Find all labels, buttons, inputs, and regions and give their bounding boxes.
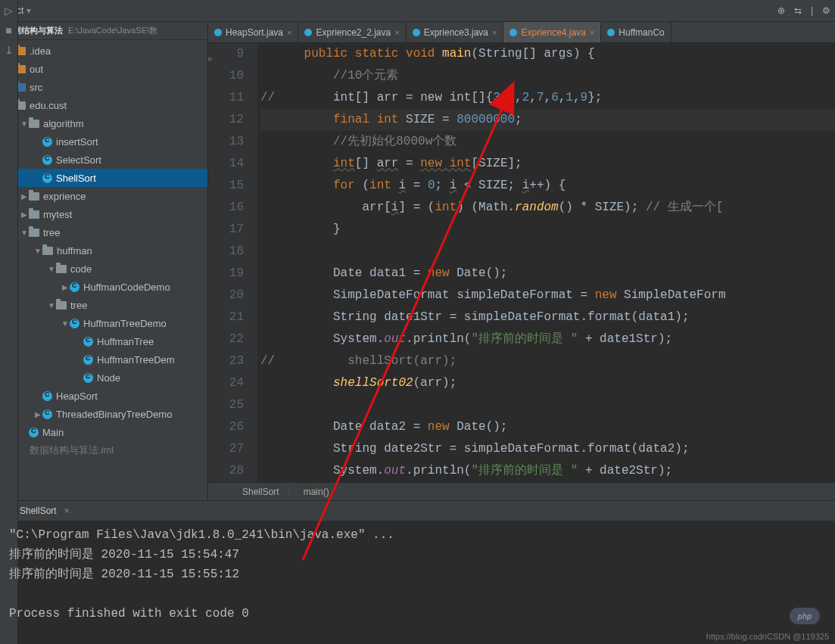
tab-label: HeapSort.java [226, 27, 283, 38]
editor-tab[interactable]: HeapSort.java× [208, 22, 298, 42]
close-icon[interactable]: × [64, 506, 70, 516]
tree-item-mytest[interactable]: ▶mytest [0, 205, 207, 223]
line-number: 14 [208, 153, 244, 175]
expand-icon[interactable]: ▶ [20, 210, 29, 219]
tree-item-out[interactable]: out [0, 60, 207, 78]
tree-item-数据结构与算法.iml[interactable]: 数据结构与算法.iml [0, 441, 207, 459]
editor-tab[interactable]: HuffmanCo [601, 22, 671, 42]
expand-icon[interactable]: ▼ [47, 301, 56, 310]
line-number: 28 [208, 460, 244, 482]
download-icon[interactable]: ⤓ [5, 44, 14, 56]
code-line[interactable] [260, 241, 835, 263]
code-line[interactable]: Date data1 = new Date(); [260, 263, 835, 285]
expand-icon[interactable]: ▼ [20, 229, 29, 237]
line-number: 24 [208, 372, 244, 394]
line-number: 22 [208, 328, 244, 350]
breadcrumb-method[interactable]: main() [304, 487, 329, 497]
tree-label: .idea [30, 45, 51, 57]
code-line[interactable]: public static void main(String[] args) { [260, 43, 835, 65]
code-line[interactable]: } [260, 219, 835, 241]
close-icon[interactable]: × [590, 28, 594, 37]
code-line[interactable]: // shellSort(arr); [260, 350, 835, 372]
java-file-icon [413, 29, 420, 36]
line-gutter: ▶910111213141516171819202122232425262728… [208, 43, 257, 482]
code-line[interactable]: // int[] arr = new int[]{3,4,2,7,6,1,9}; [260, 87, 835, 109]
tree-item-Node[interactable]: Node [0, 369, 207, 387]
tree-item-HeapSort[interactable]: HeapSort [0, 387, 207, 405]
expand-icon[interactable]: ▼ [33, 247, 42, 255]
tree-item-code[interactable]: ▼code [0, 260, 207, 278]
tree-item-huffman[interactable]: ▼huffman [0, 241, 207, 260]
code-line[interactable]: String date1Str = simpleDateFormat.forma… [260, 306, 835, 328]
code-line[interactable]: shellSort02(arr); [260, 372, 835, 394]
line-number: 12 [208, 109, 244, 131]
close-icon[interactable]: × [394, 28, 399, 37]
code-line[interactable]: SimpleDateFormat simpleDateFormat = new … [260, 285, 835, 306]
tree-item-insertSort[interactable]: insertSort [0, 132, 207, 151]
target-icon[interactable]: ⊕ [777, 5, 785, 16]
stop-icon[interactable]: ■ [5, 24, 11, 36]
code-line[interactable]: //10个元素 [260, 65, 835, 87]
project-tree[interactable]: .ideaoutsrc▼edu.cust▼algorithminsertSort… [0, 40, 207, 500]
close-icon[interactable]: × [287, 28, 291, 37]
tree-label: HuffmanTree [97, 336, 154, 347]
class-icon [42, 137, 52, 147]
expand-icon[interactable]: ▶ [20, 192, 29, 201]
collapse-icon[interactable]: ⇆ [794, 5, 802, 16]
editor-tab[interactable]: Exprience2_2.java× [298, 22, 406, 42]
gear-icon[interactable]: ⚙ [822, 5, 830, 16]
tree-item-SelectSort[interactable]: SelectSort [0, 151, 207, 169]
tree-item-ShellSort[interactable]: ShellSort [0, 169, 207, 187]
tree-item-Main[interactable]: Main [0, 423, 207, 441]
code-line[interactable]: final int SIZE = 80000000; [260, 109, 835, 131]
code-line[interactable]: System.out.println("排序前的时间是 " + date1Str… [260, 328, 835, 350]
tree-item-edu.cust[interactable]: ▼edu.cust [0, 96, 207, 114]
tab-label: Exprience4.java [521, 27, 585, 38]
tree-item-exprience[interactable]: ▶exprience [0, 187, 207, 205]
expand-icon[interactable]: ▼ [47, 265, 56, 273]
line-number: 10 [208, 65, 244, 87]
code-line[interactable] [260, 394, 835, 416]
console-output[interactable]: "C:\Program Files\Java\jdk1.8.0_241\bin\… [0, 521, 835, 644]
code-line[interactable]: //先初始化8000w个数 [260, 131, 835, 153]
code-line[interactable]: arr[i] = (int) (Math.random() * SIZE); /… [260, 197, 835, 219]
code-line[interactable]: for (int i = 0; i < SIZE; i++) { [260, 175, 835, 197]
editor-tab[interactable]: Exprience3.java× [407, 22, 504, 42]
tree-item-ThreadedBinaryTreeDemo[interactable]: ▶ThreadedBinaryTreeDemo [0, 405, 207, 423]
tree-item-tree[interactable]: ▼tree [0, 296, 207, 314]
code-line[interactable]: System.out.println("排序前的时间是 " + date2Str… [260, 460, 835, 482]
breadcrumb-class[interactable]: ShellSort [242, 487, 279, 497]
code-line[interactable]: int[] arr = new int[SIZE]; [260, 153, 835, 175]
expand-icon[interactable]: ▶ [33, 410, 42, 418]
tree-item-src[interactable]: src [0, 78, 207, 96]
code-line[interactable]: String date2Str = simpleDateFormat.forma… [260, 438, 835, 460]
tree-label: algorithm [43, 118, 83, 129]
code-line[interactable]: Date data2 = new Date(); [260, 416, 835, 438]
expand-icon[interactable]: ▶ [61, 283, 70, 291]
tree-label: Main [42, 427, 64, 438]
tree-item-HuffmanTree[interactable]: HuffmanTree [0, 332, 207, 350]
tree-item-HuffmanCodeDemo[interactable]: ▶HuffmanCodeDemo [0, 278, 207, 296]
project-root-path: E:\JavaCode\JavaSE\数 [68, 26, 157, 35]
run-tool-window: ShellSort × ▷ ■ ⤓ "C:\Program Files\Java… [0, 500, 835, 644]
line-number: 27 [208, 438, 244, 460]
project-sidebar: 数据结构与算法 E:\JavaCode\JavaSE\数 .ideaoutsrc… [0, 22, 208, 500]
rerun-icon[interactable]: ▷ [5, 5, 13, 17]
breadcrumb[interactable]: ShellSort 〉 main() [208, 482, 835, 500]
tree-item-HuffmanTreeDemo[interactable]: ▼HuffmanTreeDemo [0, 314, 207, 332]
expand-icon[interactable]: ▼ [61, 319, 70, 328]
close-icon[interactable]: × [492, 28, 497, 37]
tree-item-tree[interactable]: ▼tree [0, 223, 207, 241]
class-icon [42, 155, 52, 165]
tree-item-HuffmanTreeDem[interactable]: HuffmanTreeDem [0, 350, 207, 369]
editor-tabs[interactable]: HeapSort.java×Exprience2_2.java×Exprienc… [208, 22, 835, 43]
line-number: 18 [208, 241, 244, 263]
code-editor[interactable]: ▶910111213141516171819202122232425262728… [208, 43, 835, 482]
expand-icon[interactable]: ▼ [20, 120, 29, 128]
tree-label: ThreadedBinaryTreeDemo [56, 409, 172, 420]
tree-item-algorithm[interactable]: ▼algorithm [0, 114, 207, 132]
editor-tab[interactable]: Exprience4.java× [503, 22, 601, 42]
code-content[interactable]: public static void main(String[] args) {… [257, 43, 835, 482]
console-tab[interactable]: ShellSort × [0, 501, 835, 521]
tree-item-.idea[interactable]: .idea [0, 42, 207, 60]
